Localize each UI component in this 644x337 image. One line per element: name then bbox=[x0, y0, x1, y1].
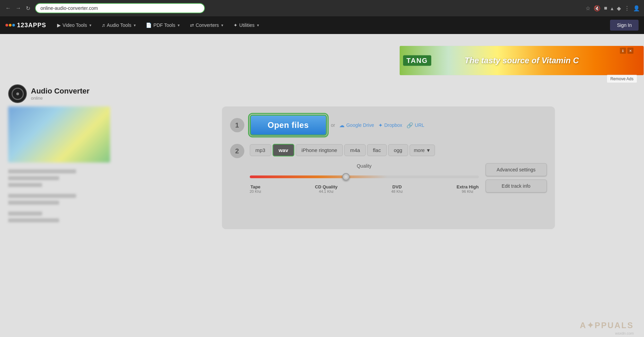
chevron-down-icon: ▼ bbox=[89, 23, 92, 27]
converter-header-row: Audio Converter online Remove Ads bbox=[0, 81, 644, 106]
back-button[interactable]: ← bbox=[4, 4, 12, 13]
utilities-label: Utilities bbox=[239, 22, 255, 28]
dropbox-icon: ✦ bbox=[378, 122, 383, 129]
format-tab-flac[interactable]: flac bbox=[367, 144, 386, 156]
address-bar[interactable] bbox=[40, 5, 199, 11]
chevron-down-icon-3: ▼ bbox=[177, 23, 180, 27]
page-body: TANG The tasty source of Vitamin C ℹ ✕ A… bbox=[0, 34, 644, 337]
google-drive-icon: ☁ bbox=[339, 122, 345, 129]
refresh-button[interactable]: ↻ bbox=[24, 4, 32, 13]
forward-button[interactable]: → bbox=[14, 4, 22, 13]
audio-tools-label: Audio Tools bbox=[107, 22, 131, 28]
tape-label: Tape bbox=[250, 184, 261, 189]
ad-info-button[interactable]: ℹ bbox=[620, 48, 626, 54]
logo-dot-blue bbox=[12, 24, 15, 27]
sidebar-item-audio-tools[interactable]: ♬ Audio Tools ▼ bbox=[98, 20, 141, 30]
left-sidebar bbox=[8, 106, 141, 229]
blurred-text-7 bbox=[8, 218, 59, 222]
extra-high-label: Extra High bbox=[456, 184, 478, 189]
video-tools-icon: ▶ bbox=[57, 22, 61, 28]
chevron-down-icon-4: ▼ bbox=[221, 23, 224, 27]
pdf-tools-icon: 📄 bbox=[146, 22, 152, 28]
sidebar-group-3 bbox=[8, 212, 134, 222]
extra-high-freq: 96 Khz bbox=[456, 189, 478, 193]
format-more-button[interactable]: more ▼ bbox=[410, 145, 435, 156]
top-nav: 123APPS ▶ Video Tools ▼ ♬ Audio Tools ▼ … bbox=[0, 16, 644, 34]
sidebar-item-utilities[interactable]: ✦ Utilities ▼ bbox=[229, 20, 264, 30]
dropbox-link[interactable]: ✦ Dropbox bbox=[378, 122, 402, 129]
or-text: or bbox=[331, 122, 335, 128]
puzzle-icon[interactable]: ◆ bbox=[617, 5, 621, 12]
converter-subtitle: online bbox=[31, 96, 89, 101]
chevron-down-icon-2: ▼ bbox=[133, 23, 136, 27]
audio-tools-icon: ♬ bbox=[102, 22, 105, 28]
quality-slider-thumb[interactable] bbox=[342, 173, 350, 181]
dvd-freq: 48 Khz bbox=[391, 189, 403, 193]
format-tab-iphone[interactable]: iPhone ringtone bbox=[296, 144, 343, 156]
video-tools-label: Video Tools bbox=[63, 22, 87, 28]
sidebar-item-converters[interactable]: ⇄ Converters ▼ bbox=[186, 20, 228, 30]
cd-freq: 44.1 Khz bbox=[315, 189, 337, 193]
remove-ads-button[interactable]: Remove Ads bbox=[607, 75, 637, 83]
blurred-text-5 bbox=[8, 201, 59, 205]
format-tabs-row: mp3 wav iPhone ringtone m4a flac ogg mor… bbox=[250, 144, 547, 156]
converter-box: 1 Open files or ☁ Google Drive ✦ Dropbox… bbox=[222, 106, 555, 229]
url-icon: 🔗 bbox=[406, 122, 413, 129]
quality-slider-track bbox=[250, 175, 479, 178]
converter-title: Audio Converter bbox=[31, 87, 89, 96]
ad-banner: TANG The tasty source of Vitamin C ℹ ✕ bbox=[399, 46, 644, 75]
browser-actions: ☆ 🔇 ■ ▴ ◆ ⋮ 👤 bbox=[586, 5, 640, 12]
logo-dot-orange bbox=[9, 24, 12, 27]
google-drive-link[interactable]: ☁ Google Drive bbox=[339, 122, 374, 129]
step-1-number: 1 bbox=[230, 118, 244, 132]
sync-icon[interactable]: ▴ bbox=[611, 5, 613, 12]
converters-icon: ⇄ bbox=[190, 22, 194, 28]
appuals-watermark: A✦PPUALS bbox=[580, 321, 634, 330]
menu-icon[interactable]: ⋮ bbox=[624, 5, 630, 12]
utilities-icon: ✦ bbox=[233, 22, 238, 28]
step-1-row: 1 Open files or ☁ Google Drive ✦ Dropbox… bbox=[230, 115, 547, 136]
quality-label: Quality bbox=[250, 163, 479, 169]
quality-slider-container[interactable] bbox=[250, 172, 479, 182]
open-files-button[interactable]: Open files bbox=[250, 115, 327, 136]
wsxdn-label: wsxdn.com bbox=[615, 331, 634, 335]
format-tab-ogg[interactable]: ogg bbox=[388, 144, 408, 156]
format-tab-m4a[interactable]: m4a bbox=[344, 144, 366, 156]
ad-brand: TANG bbox=[403, 55, 431, 66]
browser-chrome: ← → ↻ ☆ 🔇 ■ ▴ ◆ ⋮ 👤 bbox=[0, 0, 644, 16]
ad-close-button[interactable]: ✕ bbox=[627, 48, 633, 54]
address-bar-container[interactable] bbox=[35, 3, 205, 13]
sidebar-item-pdf-tools[interactable]: 📄 PDF Tools ▼ bbox=[142, 20, 184, 30]
converter-title-group: Audio Converter online bbox=[31, 87, 89, 101]
format-tab-wav[interactable]: wav bbox=[273, 144, 294, 156]
quality-label-cd: CD Quality 44.1 Khz bbox=[315, 184, 337, 193]
pdf-tools-label: PDF Tools bbox=[153, 22, 175, 28]
converter-logo-inner bbox=[12, 88, 24, 100]
tape-freq: 20 Khz bbox=[250, 189, 261, 193]
format-tab-mp3[interactable]: mp3 bbox=[250, 144, 271, 156]
converters-label: Converters bbox=[196, 22, 219, 28]
url-link[interactable]: 🔗 URL bbox=[406, 122, 424, 129]
blurred-text-2 bbox=[8, 176, 59, 180]
blurred-text-4 bbox=[8, 194, 76, 198]
edit-track-info-button[interactable]: Edit track info bbox=[486, 180, 547, 192]
main-layout: 1 Open files or ☁ Google Drive ✦ Dropbox… bbox=[0, 106, 644, 229]
quality-left: Quality Tape 20 Khz bbox=[250, 163, 479, 193]
mute-icon[interactable]: 🔇 bbox=[594, 5, 601, 12]
advanced-settings-button[interactable]: Advanced settings bbox=[486, 163, 547, 176]
avatar-icon[interactable]: 👤 bbox=[633, 5, 640, 12]
logo-container[interactable]: 123APPS bbox=[5, 22, 46, 29]
quality-label-extra-high: Extra High 96 Khz bbox=[456, 184, 478, 193]
sidebar-item-video-tools[interactable]: ▶ Video Tools ▼ bbox=[53, 20, 96, 30]
blurred-text-1 bbox=[8, 169, 76, 173]
bookmark-icon[interactable]: ☆ bbox=[586, 5, 590, 12]
quality-label-tape: Tape 20 Khz bbox=[250, 184, 261, 193]
converter-logo bbox=[8, 84, 27, 103]
logo-dot-red bbox=[5, 24, 8, 27]
step-2-row: 2 mp3 wav iPhone ringtone m4a flac ogg m… bbox=[230, 144, 547, 193]
quality-label-dvd: DVD 48 Khz bbox=[391, 184, 403, 193]
extension-icon[interactable]: ■ bbox=[604, 5, 607, 11]
sign-in-button[interactable]: Sign In bbox=[610, 20, 639, 31]
sidebar-group-2 bbox=[8, 194, 134, 205]
url-label: URL bbox=[415, 122, 424, 128]
